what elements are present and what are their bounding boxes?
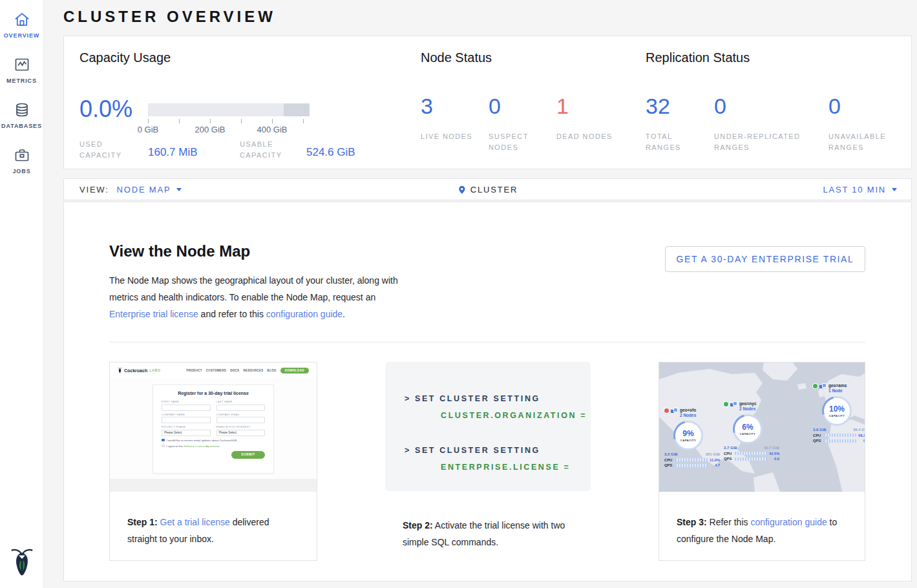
total-ranges-stat: 32 TOTAL RANGES [646,94,714,153]
qps-label: QPS [664,463,673,467]
description-text: The Node Map shows the geographical layo… [109,275,398,302]
live-nodes-value: 3 [421,94,489,118]
minisite-nav-item: CUSTOMERS [206,369,226,372]
cpu-value: 58.3% [858,434,865,437]
capacity-gauge: 6%CAPACITY [733,414,763,444]
total-capacity: 43.7 GiB [764,446,779,450]
description-text: and refer to this [198,309,266,319]
usable-capacity-value: 524.6 GiB [306,146,355,159]
node-count: 2 Nodes [680,413,696,418]
node-status-title: Node Status [421,50,624,65]
cpu-bar [824,434,856,437]
cpu-bar [675,458,708,461]
qps-value: 0.0 [769,457,779,461]
chevron-down-icon [176,188,182,191]
unavailable-ranges-value: 0 [828,94,890,118]
dead-nodes-value: 1 [556,94,624,118]
total-capacity: 351 GiB [706,452,720,456]
configuration-guide-link[interactable]: configuration guide [266,309,343,319]
minisite-nav-item: RESOURCES [243,369,263,372]
dead-nodes-stat: 1 DEAD NODES [556,94,624,153]
status-dot-red-icon [664,408,669,413]
capacity-usage-title: Capacity Usage [79,50,403,65]
used-capacity-label: USED CAPACITY [79,139,139,161]
sidebar: OVERVIEW METRICS DATABASES JOBS [0,0,44,588]
capacity-bar-nonusable-segment [284,103,310,116]
sql-commands-illustration: > SET CLUSTER SETTING CLUSTER.ORGANIZATI… [385,362,591,491]
capacity-percent: 6% [742,423,753,431]
checkbox-text: I agree to the [167,445,184,448]
minisite-nav: PRODUCTCUSTOMERSDOCSRESOURCESBLOGDOWNLOA… [186,368,309,373]
minisite-body: Register for a 30-day trial license FIRS… [110,378,317,479]
node-map-heading: View the Node Map [109,242,250,260]
used-capacity: 3.7 GiB [724,446,737,450]
home-icon [13,10,31,28]
view-label: VIEW: [79,185,109,194]
sidebar-item-jobs[interactable]: JOBS [0,136,43,181]
database-icon [13,101,31,119]
checkbox-label: I would like to receive email updates ab… [167,439,238,442]
minisite-header: CockroachLABS PRODUCTCUSTOMERSDOCSRESOUR… [110,362,317,378]
step3-caption: Step 3: Refer this configuration guide t… [659,492,865,547]
locality-name: geo=ams [828,383,847,388]
node-count: 1 Node [828,388,847,394]
node-cubes-icon [671,408,678,414]
suspect-nodes-value: 0 [489,94,556,118]
total-capacity: 36.4 GiB [853,428,865,432]
minisite-brand-text: Cockroach [124,368,147,373]
under-replicated-ranges-label: UNDER-REPLICATED RANGES [714,131,821,153]
unavailable-ranges-label: UNAVAILABLE RANGES [828,131,890,153]
replication-status-section: Replication Status 32 TOTAL RANGES 0 UND… [646,50,890,153]
cpu-label: CPU [664,458,673,462]
suspect-nodes-stat: 0 SUSPECT NODES [489,94,556,153]
field-label: REASON FOR INTEREST [216,425,266,428]
description-text: . [343,309,345,319]
cpu-bar [735,452,767,455]
sidebar-item-metrics[interactable]: METRICS [0,45,43,90]
enterprise-trial-license-link[interactable]: Enterprise trial license [109,309,198,319]
code-line: > SET CLUSTER SETTING [405,390,591,407]
unavailable-ranges-stat: 0 UNAVAILABLE RANGES [828,94,890,153]
minisite-form-title: Register for a 30-day trial license [162,391,265,395]
code-line: CLUSTER.ORGANIZATION = [405,407,591,424]
code-block: > SET CLUSTER SETTING CLUSTER.ORGANIZATI… [385,362,591,491]
code-command: SET CLUSTER SETTING [415,394,540,403]
capacity-usage-section: Capacity Usage 0.0% 0 GiB 200 GiB 400 Gi… [79,50,403,154]
node-cubes-icon [730,401,737,408]
time-range-dropdown[interactable]: LAST 10 MIN [823,185,911,194]
view-selector-dropdown[interactable]: NODE MAP [117,185,182,194]
view-bar: VIEW: NODE MAP CLUSTER LAST 10 MIN [63,178,912,200]
field-label: FIRST NAME [162,400,211,403]
field-input [162,417,211,423]
live-nodes-stat: 3 LIVE NODES [421,94,489,153]
checkbox-label: I agree to the Software License Agreemen… [167,445,220,448]
get-trial-license-link[interactable]: Get a trial license [160,517,230,527]
section-divider [109,342,865,342]
cpu-label: CPU [813,434,822,437]
capacity-percent: 10% [829,405,845,413]
nodemap-node-sfo: geo=sfo2 Nodes 9%CAPACITY 3.2 GiB351 GiB… [664,408,724,467]
code-line: ENTERPRISE.LICENSE = [405,459,591,476]
nodemap-node-ams: geo=ams1 Node 10%CAPACITY 3.6 GiB36.4 Gi… [813,383,865,443]
status-dot-green-icon [813,384,817,388]
node-cubes-icon [819,383,827,390]
checkbox-icon [162,445,165,448]
total-ranges-label: TOTAL RANGES [646,131,707,153]
configuration-guide-link[interactable]: configuration guide [750,517,827,527]
minisite-nav-item: BLOG [268,369,277,372]
node-map-description: The Node Map shows the geographical layo… [109,272,408,322]
minisite-checkbox-row: I agree to the Software License Agreemen… [162,445,265,448]
sidebar-item-overview[interactable]: OVERVIEW [0,0,43,45]
location-breadcrumb[interactable]: CLUSTER [458,184,518,195]
minisite-nav-item: PRODUCT [186,369,202,372]
minisite-field: REASON FOR INTERESTPlease Select [216,425,266,436]
minisite-download-button: DOWNLOAD [280,368,309,373]
get-enterprise-trial-button[interactable]: GET A 30-DAY ENTERPRISE TRIAL [665,246,865,272]
sidebar-item-databases[interactable]: DATABASES [0,90,43,136]
checkbox-checked-icon [162,439,165,442]
node-map-panel: View the Node Map The Node Map shows the… [63,202,912,582]
tick-label: 400 GiB [257,125,288,134]
chevron-down-icon [892,188,897,191]
page-title: CLUSTER OVERVIEW [63,8,276,26]
minisite-submit-button: SUBMIT [231,451,265,459]
